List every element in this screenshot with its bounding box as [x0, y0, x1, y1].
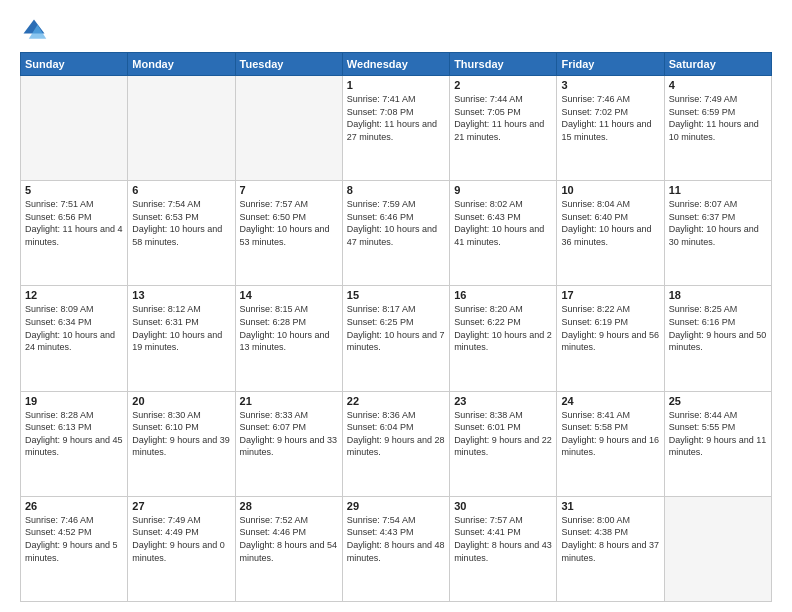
- day-number: 30: [454, 500, 552, 512]
- week-row-1: 5Sunrise: 7:51 AMSunset: 6:56 PMDaylight…: [21, 181, 772, 286]
- calendar-cell: [21, 76, 128, 181]
- calendar-cell: 26Sunrise: 7:46 AMSunset: 4:52 PMDayligh…: [21, 496, 128, 601]
- day-number: 9: [454, 184, 552, 196]
- calendar-cell: 17Sunrise: 8:22 AMSunset: 6:19 PMDayligh…: [557, 286, 664, 391]
- weekday-header-sunday: Sunday: [21, 53, 128, 76]
- calendar-cell: 15Sunrise: 8:17 AMSunset: 6:25 PMDayligh…: [342, 286, 449, 391]
- weekday-header-saturday: Saturday: [664, 53, 771, 76]
- calendar-cell: 24Sunrise: 8:41 AMSunset: 5:58 PMDayligh…: [557, 391, 664, 496]
- calendar-cell: 4Sunrise: 7:49 AMSunset: 6:59 PMDaylight…: [664, 76, 771, 181]
- calendar-cell: [235, 76, 342, 181]
- day-number: 19: [25, 395, 123, 407]
- calendar-cell: 16Sunrise: 8:20 AMSunset: 6:22 PMDayligh…: [450, 286, 557, 391]
- day-number: 12: [25, 289, 123, 301]
- cell-info: Sunrise: 7:51 AMSunset: 6:56 PMDaylight:…: [25, 198, 123, 248]
- logo: [20, 16, 52, 44]
- calendar-cell: 18Sunrise: 8:25 AMSunset: 6:16 PMDayligh…: [664, 286, 771, 391]
- calendar-cell: 31Sunrise: 8:00 AMSunset: 4:38 PMDayligh…: [557, 496, 664, 601]
- cell-info: Sunrise: 8:15 AMSunset: 6:28 PMDaylight:…: [240, 303, 338, 353]
- day-number: 13: [132, 289, 230, 301]
- weekday-header-monday: Monday: [128, 53, 235, 76]
- calendar-cell: 9Sunrise: 8:02 AMSunset: 6:43 PMDaylight…: [450, 181, 557, 286]
- calendar-cell: 2Sunrise: 7:44 AMSunset: 7:05 PMDaylight…: [450, 76, 557, 181]
- week-row-2: 12Sunrise: 8:09 AMSunset: 6:34 PMDayligh…: [21, 286, 772, 391]
- calendar-cell: 14Sunrise: 8:15 AMSunset: 6:28 PMDayligh…: [235, 286, 342, 391]
- cell-info: Sunrise: 7:59 AMSunset: 6:46 PMDaylight:…: [347, 198, 445, 248]
- cell-info: Sunrise: 8:17 AMSunset: 6:25 PMDaylight:…: [347, 303, 445, 353]
- calendar-table: SundayMondayTuesdayWednesdayThursdayFrid…: [20, 52, 772, 602]
- calendar-cell: 5Sunrise: 7:51 AMSunset: 6:56 PMDaylight…: [21, 181, 128, 286]
- header: [20, 16, 772, 44]
- day-number: 18: [669, 289, 767, 301]
- weekday-header-thursday: Thursday: [450, 53, 557, 76]
- day-number: 29: [347, 500, 445, 512]
- calendar-cell: 19Sunrise: 8:28 AMSunset: 6:13 PMDayligh…: [21, 391, 128, 496]
- calendar-cell: 13Sunrise: 8:12 AMSunset: 6:31 PMDayligh…: [128, 286, 235, 391]
- day-number: 28: [240, 500, 338, 512]
- weekday-header-wednesday: Wednesday: [342, 53, 449, 76]
- day-number: 23: [454, 395, 552, 407]
- cell-info: Sunrise: 8:28 AMSunset: 6:13 PMDaylight:…: [25, 409, 123, 459]
- cell-info: Sunrise: 8:33 AMSunset: 6:07 PMDaylight:…: [240, 409, 338, 459]
- day-number: 8: [347, 184, 445, 196]
- calendar-cell: 25Sunrise: 8:44 AMSunset: 5:55 PMDayligh…: [664, 391, 771, 496]
- day-number: 7: [240, 184, 338, 196]
- day-number: 17: [561, 289, 659, 301]
- calendar-cell: 8Sunrise: 7:59 AMSunset: 6:46 PMDaylight…: [342, 181, 449, 286]
- calendar-cell: 23Sunrise: 8:38 AMSunset: 6:01 PMDayligh…: [450, 391, 557, 496]
- day-number: 31: [561, 500, 659, 512]
- day-number: 24: [561, 395, 659, 407]
- day-number: 15: [347, 289, 445, 301]
- calendar-cell: 7Sunrise: 7:57 AMSunset: 6:50 PMDaylight…: [235, 181, 342, 286]
- day-number: 21: [240, 395, 338, 407]
- cell-info: Sunrise: 8:07 AMSunset: 6:37 PMDaylight:…: [669, 198, 767, 248]
- day-number: 14: [240, 289, 338, 301]
- day-number: 5: [25, 184, 123, 196]
- day-number: 4: [669, 79, 767, 91]
- day-number: 6: [132, 184, 230, 196]
- cell-info: Sunrise: 7:54 AMSunset: 4:43 PMDaylight:…: [347, 514, 445, 564]
- calendar-cell: [128, 76, 235, 181]
- calendar-cell: 22Sunrise: 8:36 AMSunset: 6:04 PMDayligh…: [342, 391, 449, 496]
- cell-info: Sunrise: 7:49 AMSunset: 6:59 PMDaylight:…: [669, 93, 767, 143]
- cell-info: Sunrise: 7:41 AMSunset: 7:08 PMDaylight:…: [347, 93, 445, 143]
- cell-info: Sunrise: 8:38 AMSunset: 6:01 PMDaylight:…: [454, 409, 552, 459]
- calendar-cell: 29Sunrise: 7:54 AMSunset: 4:43 PMDayligh…: [342, 496, 449, 601]
- cell-info: Sunrise: 8:04 AMSunset: 6:40 PMDaylight:…: [561, 198, 659, 248]
- cell-info: Sunrise: 7:46 AMSunset: 4:52 PMDaylight:…: [25, 514, 123, 564]
- calendar-cell: 6Sunrise: 7:54 AMSunset: 6:53 PMDaylight…: [128, 181, 235, 286]
- cell-info: Sunrise: 8:09 AMSunset: 6:34 PMDaylight:…: [25, 303, 123, 353]
- cell-info: Sunrise: 8:25 AMSunset: 6:16 PMDaylight:…: [669, 303, 767, 353]
- calendar-cell: 10Sunrise: 8:04 AMSunset: 6:40 PMDayligh…: [557, 181, 664, 286]
- cell-info: Sunrise: 8:12 AMSunset: 6:31 PMDaylight:…: [132, 303, 230, 353]
- week-row-3: 19Sunrise: 8:28 AMSunset: 6:13 PMDayligh…: [21, 391, 772, 496]
- cell-info: Sunrise: 7:57 AMSunset: 6:50 PMDaylight:…: [240, 198, 338, 248]
- cell-info: Sunrise: 7:52 AMSunset: 4:46 PMDaylight:…: [240, 514, 338, 564]
- cell-info: Sunrise: 7:49 AMSunset: 4:49 PMDaylight:…: [132, 514, 230, 564]
- day-number: 10: [561, 184, 659, 196]
- calendar-cell: 11Sunrise: 8:07 AMSunset: 6:37 PMDayligh…: [664, 181, 771, 286]
- day-number: 11: [669, 184, 767, 196]
- cell-info: Sunrise: 8:00 AMSunset: 4:38 PMDaylight:…: [561, 514, 659, 564]
- week-row-4: 26Sunrise: 7:46 AMSunset: 4:52 PMDayligh…: [21, 496, 772, 601]
- cell-info: Sunrise: 8:22 AMSunset: 6:19 PMDaylight:…: [561, 303, 659, 353]
- day-number: 26: [25, 500, 123, 512]
- weekday-header-tuesday: Tuesday: [235, 53, 342, 76]
- calendar-cell: 3Sunrise: 7:46 AMSunset: 7:02 PMDaylight…: [557, 76, 664, 181]
- day-number: 20: [132, 395, 230, 407]
- calendar-cell: 30Sunrise: 7:57 AMSunset: 4:41 PMDayligh…: [450, 496, 557, 601]
- calendar-cell: [664, 496, 771, 601]
- day-number: 27: [132, 500, 230, 512]
- weekday-header-row: SundayMondayTuesdayWednesdayThursdayFrid…: [21, 53, 772, 76]
- weekday-header-friday: Friday: [557, 53, 664, 76]
- week-row-0: 1Sunrise: 7:41 AMSunset: 7:08 PMDaylight…: [21, 76, 772, 181]
- cell-info: Sunrise: 8:44 AMSunset: 5:55 PMDaylight:…: [669, 409, 767, 459]
- cell-info: Sunrise: 7:46 AMSunset: 7:02 PMDaylight:…: [561, 93, 659, 143]
- calendar-cell: 21Sunrise: 8:33 AMSunset: 6:07 PMDayligh…: [235, 391, 342, 496]
- day-number: 1: [347, 79, 445, 91]
- calendar-cell: 1Sunrise: 7:41 AMSunset: 7:08 PMDaylight…: [342, 76, 449, 181]
- logo-icon: [20, 16, 48, 44]
- day-number: 16: [454, 289, 552, 301]
- page: SundayMondayTuesdayWednesdayThursdayFrid…: [0, 0, 792, 612]
- calendar-cell: 28Sunrise: 7:52 AMSunset: 4:46 PMDayligh…: [235, 496, 342, 601]
